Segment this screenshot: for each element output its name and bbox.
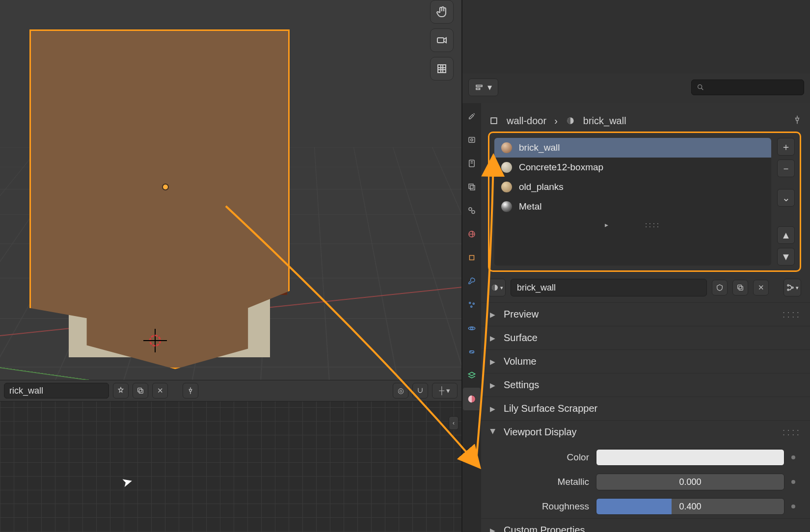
svg-rect-26: [739, 286, 743, 290]
tab-physics-icon[interactable]: [463, 317, 481, 340]
tab-scene-icon[interactable]: [463, 199, 481, 222]
duplicate-icon[interactable]: [133, 383, 148, 399]
svg-rect-23: [491, 118, 497, 124]
perspective-grid-icon[interactable]: [430, 57, 454, 80]
svg-point-28: [787, 285, 789, 286]
section-viewport-display[interactable]: ▶Viewport Display::::: [481, 420, 810, 444]
svg-rect-5: [476, 88, 480, 90]
material-preview-sphere-icon: [501, 142, 512, 153]
animate-property-button[interactable]: [791, 455, 795, 459]
slot-specials-dropdown[interactable]: ⌄: [777, 189, 795, 207]
viewport-3d[interactable]: [0, 0, 461, 380]
mesh-brick-right: [234, 31, 287, 295]
material-slot[interactable]: brick_wall: [494, 138, 771, 158]
material-slot-name: Metal: [519, 201, 541, 212]
tab-render-icon[interactable]: [463, 129, 481, 151]
roughness-slider[interactable]: 0.400: [596, 498, 784, 515]
breadcrumb-separator: ›: [554, 115, 558, 127]
shader-material-name-field[interactable]: rick_wall: [4, 383, 109, 399]
snap-icon[interactable]: [412, 383, 428, 399]
metallic-value: 0.000: [679, 477, 701, 487]
svg-point-30: [792, 287, 793, 289]
material-name-value: brick_wall: [517, 283, 556, 293]
metallic-label: Metallic: [496, 477, 589, 487]
section-label: Custom Properties: [504, 525, 585, 532]
tab-material-icon[interactable]: [463, 388, 481, 410]
section-settings[interactable]: ▶Settings: [481, 373, 810, 397]
animate-property-button[interactable]: [791, 505, 795, 508]
properties-toolbar: ▾: [468, 78, 804, 97]
section-volume[interactable]: ▶Volume: [481, 349, 810, 373]
slot-side-buttons: ＋ － ⌄ ▲ ▼: [777, 138, 795, 266]
section-custom-properties[interactable]: ▶Custom Properties: [481, 518, 810, 532]
svg-point-18: [471, 306, 472, 307]
shader-editor[interactable]: rick_wall ✕ ◎ ┼ ▾: [0, 380, 461, 532]
browse-material-dropdown[interactable]: ▾: [488, 279, 506, 296]
roughness-value: 0.400: [679, 502, 701, 512]
section-label: Lily Surface Scrapper: [504, 403, 597, 414]
editor-type-dropdown[interactable]: ▾: [468, 79, 498, 96]
material-slot-name: Concrete12-boxmap: [519, 162, 603, 173]
unlink-icon[interactable]: ✕: [152, 383, 168, 399]
breadcrumb-material[interactable]: brick_wall: [583, 115, 626, 127]
tab-output-icon[interactable]: [463, 152, 481, 175]
metallic-field[interactable]: 0.000: [596, 474, 784, 490]
section-label: Viewport Display: [504, 426, 577, 438]
tab-world-icon[interactable]: [463, 223, 481, 245]
section-surface[interactable]: ▶Surface: [481, 326, 810, 349]
svg-rect-27: [738, 285, 742, 289]
material-slot-list[interactable]: brick_wall Concrete12-boxmap old_planks …: [494, 138, 771, 266]
svg-point-19: [471, 327, 473, 330]
mesh-stone-jamb-right: [206, 74, 241, 329]
viewport-display-metallic-row: Metallic 0.000: [496, 472, 795, 492]
svg-rect-2: [139, 389, 143, 393]
properties-search-input[interactable]: [691, 80, 804, 95]
material-preview-sphere-icon: [501, 201, 512, 212]
chevron-down-icon: ▾: [487, 82, 492, 93]
material-name-field[interactable]: brick_wall: [511, 279, 707, 296]
color-label: Color: [496, 452, 589, 463]
slot-resize-grip[interactable]: ▸ ::::: [494, 216, 771, 233]
tab-tool-icon[interactable]: [463, 105, 481, 128]
fake-user-icon[interactable]: [113, 383, 129, 399]
roughness-label: Roughness: [496, 501, 589, 512]
new-material-button[interactable]: [732, 280, 748, 295]
tab-modifier-icon[interactable]: [463, 270, 481, 293]
node-tree-dropdown[interactable]: ▾: [783, 279, 801, 296]
breadcrumb-object[interactable]: wall-door: [507, 115, 546, 127]
pin-icon[interactable]: [183, 383, 198, 399]
section-label: Surface: [504, 332, 538, 344]
tab-viewlayer-icon[interactable]: [463, 176, 481, 198]
tab-object-icon[interactable]: [463, 246, 481, 269]
svg-point-12: [469, 208, 472, 211]
remove-slot-button[interactable]: －: [777, 160, 795, 177]
tab-constraints-icon[interactable]: [463, 341, 481, 363]
material-slot[interactable]: old_planks: [494, 177, 771, 197]
add-slot-button[interactable]: ＋: [777, 138, 795, 156]
pan-view-icon[interactable]: [430, 0, 454, 24]
pane-collapse-toggle[interactable]: ‹: [449, 416, 459, 430]
section-label: Settings: [504, 379, 539, 391]
camera-view-icon[interactable]: [430, 28, 454, 52]
properties-breadcrumb: wall-door › brick_wall: [489, 111, 802, 131]
material-slot-name: old_planks: [519, 182, 564, 192]
svg-rect-11: [470, 186, 475, 190]
material-slot[interactable]: Concrete12-boxmap: [494, 158, 771, 177]
snap-mode-dropdown[interactable]: ┼ ▾: [432, 383, 458, 399]
tab-particles-icon[interactable]: [463, 293, 481, 316]
breadcrumb-pin-icon[interactable]: [792, 115, 802, 127]
material-slot[interactable]: Metal: [494, 197, 771, 216]
section-lily-surface-scrapper[interactable]: ▶Lily Surface Scrapper: [481, 397, 810, 420]
section-preview[interactable]: ▶Preview::::: [481, 302, 810, 326]
section-label: Volume: [504, 356, 537, 367]
svg-rect-1: [438, 65, 446, 73]
toggle-overlay-icon[interactable]: ◎: [393, 383, 408, 399]
animate-property-button[interactable]: [791, 480, 795, 484]
svg-rect-7: [469, 137, 475, 143]
color-swatch[interactable]: [596, 449, 784, 466]
move-slot-up-button[interactable]: ▲: [777, 226, 795, 244]
fake-user-toggle[interactable]: [712, 280, 728, 295]
tab-data-icon[interactable]: [463, 364, 481, 387]
move-slot-down-button[interactable]: ▼: [777, 248, 795, 266]
unlink-material-button[interactable]: ✕: [753, 280, 769, 295]
